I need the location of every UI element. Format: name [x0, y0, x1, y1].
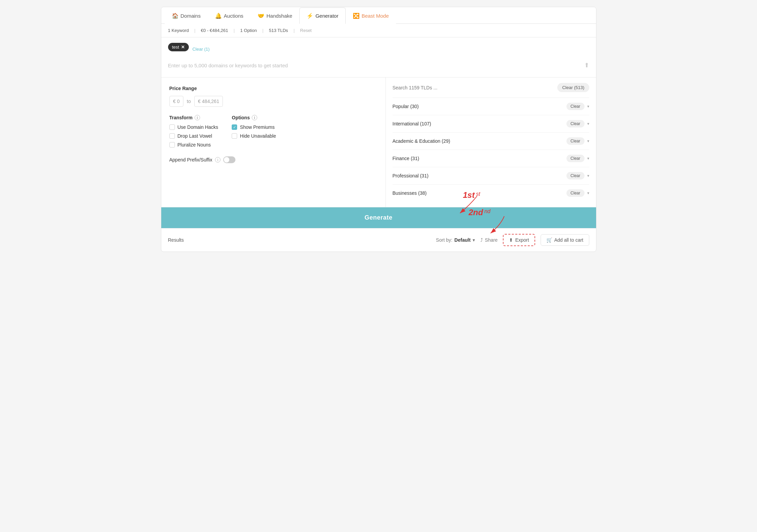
hide-unavailable-checkbox[interactable] — [232, 133, 237, 139]
show-premiums-item[interactable]: Show Premiums — [232, 124, 276, 130]
generate-button[interactable]: Generate — [161, 207, 596, 228]
transform-section: Transform i Use Domain Hacks Drop Last V… — [169, 115, 218, 151]
tld-category-professional-label: Professional (31) — [393, 173, 429, 178]
tld-academic-clear-button[interactable]: Clear — [566, 137, 585, 145]
tld-businesses-clear-button[interactable]: Clear — [566, 189, 585, 197]
tld-international-chevron[interactable]: ▾ — [587, 121, 589, 126]
tab-beast-mode-label: Beast Mode — [362, 13, 389, 19]
tld-category-finance-label: Finance (31) — [393, 156, 419, 161]
use-domain-hacks-item[interactable]: Use Domain Hacks — [169, 124, 218, 130]
share-label: Share — [485, 237, 497, 243]
show-premiums-label: Show Premiums — [240, 124, 275, 130]
price-to-label: to — [187, 99, 191, 104]
pluralize-nouns-checkbox[interactable] — [169, 142, 175, 148]
options-info-icon[interactable]: i — [252, 115, 257, 120]
tld-count: 513 TLDs — [269, 28, 288, 33]
keyword-tag: test ✕ — [168, 43, 189, 51]
sort-by-dropdown[interactable]: Sort by: Default ▾ — [436, 237, 475, 243]
tab-beast-mode[interactable]: 🔀 Beast Mode — [346, 7, 396, 24]
tld-category-professional: Professional (31) Clear ▾ — [393, 167, 589, 184]
transform-info-icon[interactable]: i — [195, 115, 200, 120]
transform-options: Transform i Use Domain Hacks Drop Last V… — [169, 115, 377, 151]
home-icon: 🏠 — [172, 13, 179, 19]
drop-last-vowel-label: Drop Last Vowel — [178, 133, 212, 139]
keyword-text: test — [172, 45, 179, 50]
pluralize-nouns-label: Pluralize Nouns — [178, 142, 211, 148]
generate-section: 1st st Generate — [161, 207, 596, 228]
divider-1: | — [194, 28, 195, 33]
tab-auctions[interactable]: 🔔 Auctions — [208, 7, 251, 24]
auction-icon: 🔔 — [215, 13, 222, 19]
tab-handshake-label: Handshake — [266, 13, 292, 19]
tld-category-popular: Popular (30) Clear ▾ — [393, 98, 589, 115]
tab-generator-label: Generator — [315, 13, 339, 19]
tld-category-international: International (107) Clear ▾ — [393, 115, 589, 132]
tld-search-input[interactable] — [393, 85, 554, 90]
upload-icon[interactable]: ⬆ — [584, 62, 589, 69]
export-button[interactable]: ⬆ Export — [503, 234, 535, 246]
price-max-input[interactable]: € 484,261 — [194, 96, 223, 107]
share-button[interactable]: ⤴ Share — [480, 237, 497, 243]
tld-finance-chevron[interactable]: ▾ — [587, 156, 589, 161]
tab-domains-label: Domains — [181, 13, 201, 19]
show-premiums-checkbox[interactable] — [232, 124, 237, 130]
tld-panel: Clear (513) Popular (30) Clear ▾ Interna… — [386, 78, 596, 207]
tld-category-finance: Finance (31) Clear ▾ — [393, 150, 589, 167]
tld-category-international-label: International (107) — [393, 121, 431, 126]
divider-3: | — [262, 28, 263, 33]
add-cart-label: Add all to cart — [554, 237, 583, 243]
reset-button[interactable]: Reset — [300, 28, 312, 33]
tab-generator[interactable]: ⚡ Generator — [299, 7, 346, 24]
tld-businesses-chevron[interactable]: ▾ — [587, 191, 589, 195]
sort-by-prefix: Sort by: — [436, 237, 452, 243]
generator-icon: ⚡ — [307, 13, 313, 19]
results-label: Results — [168, 237, 184, 243]
tab-auctions-label: Auctions — [224, 13, 244, 19]
tld-search-row: Clear (513) — [393, 83, 589, 92]
currency-max: € — [198, 99, 201, 104]
append-prefix-info-icon[interactable]: i — [215, 157, 220, 162]
divider-2: | — [234, 28, 235, 33]
tab-handshake[interactable]: 🤝 Handshake — [250, 7, 299, 24]
options-left: Price Range € 0 to € 484,261 Transform i — [161, 78, 386, 207]
filter-bar: 1 Keyword | €0 - €484,261 | 1 Option | 5… — [161, 24, 596, 37]
tld-clear-all-button[interactable]: Clear (513) — [557, 83, 589, 92]
tld-academic-chevron[interactable]: ▾ — [587, 139, 589, 143]
drop-last-vowel-checkbox[interactable] — [169, 133, 175, 139]
price-min-input[interactable]: € 0 — [169, 96, 184, 107]
add-all-to-cart-button[interactable]: 🛒 Add all to cart — [541, 234, 589, 246]
use-domain-hacks-checkbox[interactable] — [169, 124, 175, 130]
search-area: test ✕ Clear (1) Enter up to 5,000 domai… — [161, 37, 596, 78]
price-range-display: €0 - €484,261 — [201, 28, 228, 33]
tld-popular-clear-button[interactable]: Clear — [566, 103, 585, 110]
tab-bar: 🏠 Domains 🔔 Auctions 🤝 Handshake ⚡ Gener… — [161, 7, 596, 24]
append-prefix-label: Append Prefix/Suffix — [169, 157, 213, 162]
tld-professional-chevron[interactable]: ▾ — [587, 173, 589, 178]
export-label: Export — [515, 237, 529, 243]
tld-popular-chevron[interactable]: ▾ — [587, 104, 589, 109]
tab-domains[interactable]: 🏠 Domains — [165, 7, 208, 24]
tld-finance-clear-button[interactable]: Clear — [566, 155, 585, 162]
hide-unavailable-label: Hide Unavailable — [240, 133, 276, 139]
search-placeholder-area[interactable]: Enter up to 5,000 domains or keywords to… — [168, 59, 589, 72]
share-icon: ⤴ — [480, 237, 483, 243]
beast-icon: 🔀 — [353, 13, 360, 19]
drop-last-vowel-item[interactable]: Drop Last Vowel — [169, 133, 218, 139]
price-inputs: € 0 to € 484,261 — [169, 96, 377, 107]
tld-international-clear-button[interactable]: Clear — [566, 120, 585, 127]
divider-4: | — [294, 28, 295, 33]
sort-chevron-icon: ▾ — [473, 237, 475, 243]
append-prefix-toggle[interactable] — [223, 156, 235, 163]
remove-keyword-button[interactable]: ✕ — [181, 45, 185, 50]
search-placeholder-text: Enter up to 5,000 domains or keywords to… — [168, 63, 288, 68]
tld-professional-clear-button[interactable]: Clear — [566, 172, 585, 179]
hide-unavailable-item[interactable]: Hide Unavailable — [232, 133, 276, 139]
options-panel: Price Range € 0 to € 484,261 Transform i — [161, 78, 596, 207]
tld-categories-list: Popular (30) Clear ▾ International (107)… — [393, 98, 589, 202]
price-min-value: 0 — [177, 99, 180, 104]
handshake-icon: 🤝 — [258, 13, 264, 19]
clear-keywords-button[interactable]: Clear (1) — [192, 47, 210, 52]
cart-icon: 🛒 — [546, 237, 552, 243]
options-label: Options i — [232, 115, 276, 120]
pluralize-nouns-item[interactable]: Pluralize Nouns — [169, 142, 218, 148]
